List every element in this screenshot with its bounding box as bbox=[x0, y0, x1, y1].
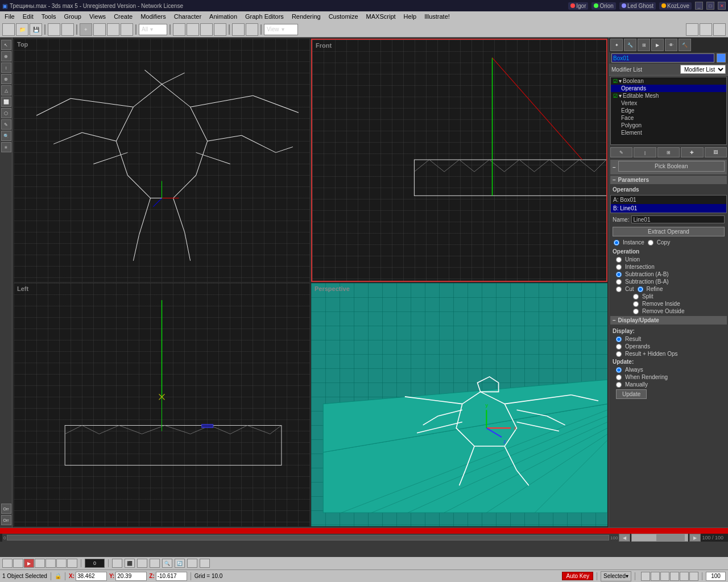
tree-item-operands[interactable]: Operands bbox=[611, 85, 726, 92]
left-tool-7[interactable]: ⬡ bbox=[1, 108, 11, 118]
left-tool-bottom-2[interactable]: Orr bbox=[1, 515, 11, 525]
modifier-tree[interactable]: ☑ ▾ Boolean Operands ☑ ▾ Editable Mesh V… bbox=[610, 77, 727, 145]
operand-b-line01[interactable]: B: Line01 bbox=[611, 204, 726, 213]
tree-item-boolean[interactable]: ☑ ▾ Boolean bbox=[611, 77, 726, 85]
x-input[interactable] bbox=[76, 572, 107, 581]
display-result-radio[interactable] bbox=[616, 336, 622, 342]
play-reverse-btn[interactable]: ◀ bbox=[35, 559, 45, 568]
nav-2d-5[interactable]: 🔍 bbox=[162, 559, 172, 568]
menu-animation[interactable]: Animation bbox=[206, 13, 241, 20]
left-tool-8[interactable]: ✎ bbox=[1, 119, 11, 130]
extract-operand-btn[interactable]: Extract Operand bbox=[613, 227, 725, 236]
menu-tools[interactable]: Tools bbox=[38, 13, 60, 20]
display-result-hidden-radio[interactable] bbox=[616, 351, 622, 357]
subtraction-ba-radio[interactable] bbox=[616, 279, 622, 285]
left-tool-2[interactable]: ⊕ bbox=[1, 51, 11, 61]
snap-btn[interactable]: ⊞ bbox=[173, 23, 185, 36]
viewport-perspective[interactable]: Perspective bbox=[311, 283, 607, 526]
update-always-radio[interactable] bbox=[616, 367, 622, 373]
intersection-radio[interactable] bbox=[616, 264, 622, 270]
modifier-list-dropdown[interactable]: Modifier List bbox=[680, 65, 726, 74]
remove-outside-radio[interactable] bbox=[633, 309, 639, 314]
update-manually-radio[interactable] bbox=[616, 382, 622, 388]
render-type[interactable]: View ▾ bbox=[264, 24, 298, 35]
panel-tab-display[interactable]: 👁 bbox=[665, 39, 677, 51]
menu-illustrate[interactable]: Illustrate! bbox=[421, 13, 453, 20]
tree-item-face[interactable]: Face bbox=[611, 114, 726, 122]
z-input[interactable] bbox=[156, 572, 187, 581]
frame-nav-3[interactable]: ▶▶ bbox=[660, 572, 669, 581]
tree-item-polygon[interactable]: Polygon bbox=[611, 122, 726, 129]
menu-group[interactable]: Group bbox=[60, 13, 85, 20]
nav-2d-6[interactable]: 🔄 bbox=[175, 559, 185, 568]
selection-filter[interactable]: All ▾ bbox=[139, 24, 167, 35]
panel-tab-utilities[interactable]: 🔨 bbox=[679, 39, 691, 51]
panel-tab-hierarchy[interactable]: ⊞ bbox=[638, 39, 650, 51]
nav-2d-8[interactable]: ⊕ bbox=[200, 559, 210, 568]
selected-dropdown[interactable]: Selected ▾ bbox=[601, 571, 631, 581]
update-btn[interactable]: Update bbox=[616, 389, 647, 399]
operand-a-box01[interactable]: A: Box01 bbox=[611, 196, 726, 204]
maximize-button[interactable]: □ bbox=[706, 2, 714, 10]
viewport-left[interactable]: Left bbox=[14, 283, 310, 526]
save-btn[interactable]: 💾 bbox=[30, 23, 42, 36]
left-tool-10[interactable]: ≡ bbox=[1, 142, 11, 152]
viewport-front[interactable]: Front bbox=[311, 39, 607, 282]
scroll-right-btn[interactable]: ▶ bbox=[689, 534, 701, 542]
render-last-btn[interactable]: ▶▶ bbox=[246, 23, 258, 36]
timeline-scrollbar[interactable] bbox=[631, 534, 688, 542]
scroll-left-btn[interactable]: ◀ bbox=[619, 534, 630, 542]
key-mode-btn[interactable]: K bbox=[67, 559, 77, 568]
close-button[interactable]: ✕ bbox=[718, 2, 726, 10]
mod-ctrl-4[interactable]: ✚ bbox=[681, 147, 703, 157]
menu-rendering[interactable]: Rendering bbox=[288, 13, 324, 20]
y-input[interactable] bbox=[115, 572, 147, 581]
play-btn[interactable]: ▶ bbox=[24, 559, 34, 568]
nav-2d-4[interactable]: ⤢ bbox=[150, 559, 160, 568]
minimize-button[interactable]: _ bbox=[695, 2, 703, 10]
menu-modifiers[interactable]: Modifiers bbox=[137, 13, 169, 20]
viewport-toolbar-3[interactable]: ⊟ bbox=[713, 23, 726, 36]
nav-2d-3[interactable]: ↔ bbox=[137, 559, 147, 568]
viewport-toolbar-2[interactable]: ◰ bbox=[700, 23, 712, 36]
scale-btn[interactable]: ⤡ bbox=[121, 23, 133, 36]
mod-ctrl-2[interactable]: | bbox=[634, 147, 656, 157]
nav-2d-7[interactable]: ⊟ bbox=[187, 559, 197, 568]
open-btn[interactable]: 📁 bbox=[16, 23, 28, 36]
viewport-top[interactable]: Top bbox=[14, 39, 310, 282]
next-frame-btn[interactable]: ▶ bbox=[46, 559, 56, 568]
left-tool-3[interactable]: ↕ bbox=[1, 63, 11, 73]
mod-ctrl-3[interactable]: ⊞ bbox=[657, 147, 680, 157]
union-radio[interactable] bbox=[616, 257, 622, 263]
parameters-header[interactable]: – Parameters bbox=[610, 176, 727, 184]
refine-radio[interactable] bbox=[638, 286, 643, 292]
tree-item-edge[interactable]: Edge bbox=[611, 107, 726, 114]
pct-input[interactable] bbox=[706, 572, 726, 581]
update-rendering-radio[interactable] bbox=[616, 375, 622, 380]
instance-radio[interactable] bbox=[614, 240, 619, 246]
percent-snap-btn[interactable]: % bbox=[214, 23, 226, 36]
remove-inside-radio[interactable] bbox=[633, 301, 639, 307]
menu-graph-editors[interactable]: Graph Editors bbox=[242, 13, 287, 20]
display-operands-radio[interactable] bbox=[616, 344, 622, 350]
object-color-swatch[interactable] bbox=[717, 53, 726, 63]
prev-frame-btn[interactable]: ◀ bbox=[13, 559, 23, 568]
auto-key-badge[interactable]: Auto Key bbox=[562, 572, 593, 580]
nav-2d-1[interactable]: ⊞ bbox=[112, 559, 122, 568]
new-btn[interactable]: 🗋 bbox=[2, 23, 15, 36]
panel-tab-motion[interactable]: ▶ bbox=[651, 39, 664, 51]
menu-character[interactable]: Character bbox=[171, 13, 205, 20]
left-tool-4[interactable]: ⊗ bbox=[1, 74, 11, 84]
left-tool-bottom-1[interactable]: Orr bbox=[1, 504, 11, 514]
nav-2d-2[interactable]: ⬛ bbox=[125, 559, 135, 568]
copy-radio[interactable] bbox=[648, 240, 653, 246]
angle-snap-btn[interactable]: ∠ bbox=[200, 23, 213, 36]
frame-nav-6[interactable]: ⊞ bbox=[689, 572, 698, 581]
left-tool-1[interactable]: ↖ bbox=[1, 40, 11, 50]
rotate-btn[interactable]: ↻ bbox=[107, 23, 119, 36]
panel-tab-modify[interactable]: 🔧 bbox=[624, 39, 636, 51]
tree-item-element[interactable]: Element bbox=[611, 129, 726, 136]
pick-boolean-header[interactable]: – Pick Boolean bbox=[610, 160, 727, 174]
frame-counter[interactable]: 0 bbox=[85, 559, 105, 568]
menu-help[interactable]: Help bbox=[400, 13, 420, 20]
